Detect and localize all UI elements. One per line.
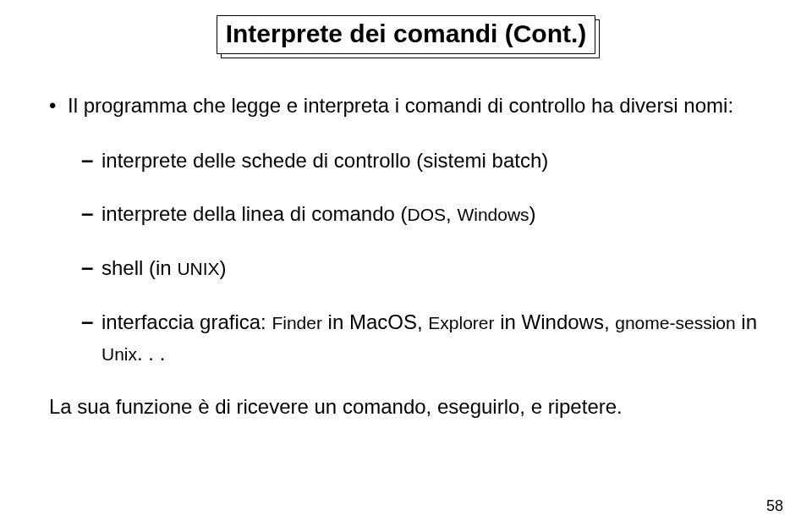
sf-text: Unix [102,344,137,364]
text-part: interfaccia grafica: [102,310,272,333]
text-part: . . . [137,342,165,365]
bullet-text: Il programma che legge e interpreta i co… [68,90,778,121]
sub-item: – shell (in UNIX) [81,252,778,284]
sf-text: Windows [457,205,529,224]
sf-text: gnome-session [615,313,735,332]
text-part: in [736,310,757,333]
sub-text: shell (in UNIX) [102,252,778,284]
slide-page: Interprete dei comandi (Cont.) • Il prog… [0,0,812,527]
dash-marker: – [81,145,102,177]
sub-text: interprete della linea di comando (DOS, … [102,198,778,230]
bullet-marker: • [49,90,68,121]
sf-text: Finder [272,313,322,332]
dash-marker: – [81,306,102,369]
sub-item: – interprete della linea di comando (DOS… [81,198,778,230]
sub-text: interprete delle schede di controllo (si… [102,145,778,177]
page-number: 58 [766,497,783,515]
text-part: ) [529,202,536,225]
smallcaps-text: UNIX [177,259,219,278]
title-container: Interprete dei comandi (Cont.) [34,15,778,54]
dash-marker: – [81,198,102,230]
text-part: interprete della linea di comando ( [102,202,408,225]
text-part: in MacOS, [322,310,428,333]
bullet-item: • Il programma che legge e interpreta i … [49,90,778,121]
sf-text: Explorer [428,313,494,332]
sub-item: – interfaccia grafica: Finder in MacOS, … [81,306,778,369]
text-part: , [446,202,457,225]
closing-text: La sua funzione è di ricevere un comando… [49,391,778,422]
title-box: Interprete dei comandi (Cont.) [217,15,596,54]
slide-body: • Il programma che legge e interpreta i … [34,90,778,423]
text-part: in Windows, [495,310,616,333]
text-part: ) [220,256,227,279]
smallcaps-text: DOS [408,205,447,224]
sub-item: – interprete delle schede di controllo (… [81,145,778,177]
sub-text: interfaccia grafica: Finder in MacOS, Ex… [102,306,778,369]
dash-marker: – [81,252,102,284]
slide-title: Interprete dei comandi (Cont.) [217,15,596,54]
text-part: shell (in [102,256,177,279]
